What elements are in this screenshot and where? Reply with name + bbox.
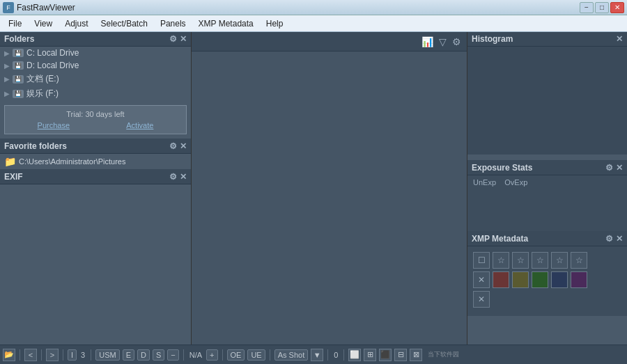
folders-header: Folders ⚙ ✕	[0, 32, 191, 47]
histogram-close-icon[interactable]: ✕	[616, 34, 623, 44]
left-panel: Folders ⚙ ✕ ▶ 💾 C: Local Drive ▶ 💾 D: Lo…	[0, 32, 192, 345]
view-icon-1[interactable]: ⬜	[348, 349, 361, 361]
exif-title: EXIF	[4, 172, 23, 182]
star-2[interactable]: ☆	[512, 252, 529, 269]
sep-6	[222, 349, 223, 361]
folder-open-icon[interactable]: 📂	[3, 349, 15, 361]
title-bar: F FastRawViewer − □ ✕	[0, 0, 627, 15]
menu-select-batch[interactable]: Select/Batch	[95, 17, 153, 30]
e-button[interactable]: E	[123, 349, 134, 361]
view-icon-3[interactable]: ⬛	[379, 349, 392, 361]
folder-e-disk-icon: 💾	[13, 75, 24, 84]
folders-settings-icon[interactable]: ⚙	[169, 34, 177, 44]
favorite-header: Favorite folders ⚙ ✕	[0, 139, 191, 154]
xmp-header-icons: ⚙ ✕	[605, 234, 623, 244]
view-icon-4[interactable]: ⊟	[394, 349, 407, 361]
exif-settings-icon[interactable]: ⚙	[169, 172, 177, 182]
color-x[interactable]: ✕	[473, 271, 490, 288]
folder-d[interactable]: ▶ 💾 D: Local Drive	[0, 59, 191, 72]
d-button[interactable]: D	[137, 349, 150, 361]
sep-9	[343, 349, 344, 361]
minimize-button[interactable]: −	[580, 2, 594, 13]
folder-d-label: D: Local Drive	[26, 61, 79, 70]
exif-close-icon[interactable]: ✕	[180, 172, 187, 182]
xmp-title: XMP Metadata	[472, 234, 528, 244]
star-3[interactable]: ☆	[532, 252, 548, 269]
color-purple[interactable]	[571, 271, 587, 288]
menu-file[interactable]: File	[3, 17, 27, 30]
favorite-header-icons: ⚙ ✕	[169, 141, 187, 151]
color-yellow[interactable]	[512, 271, 529, 288]
favorite-close-icon[interactable]: ✕	[180, 141, 187, 151]
star-4[interactable]: ☆	[551, 252, 568, 269]
main-layout: Folders ⚙ ✕ ▶ 💾 C: Local Drive ▶ 💾 D: Lo…	[0, 32, 627, 345]
folder-c-arrow: ▶	[4, 49, 10, 57]
chart-icon[interactable]: 📊	[421, 36, 433, 47]
exposure-close-icon[interactable]: ✕	[616, 163, 623, 173]
fav-item-label: C:\Users\Administrator\Pictures	[19, 157, 125, 166]
color-blue[interactable]	[551, 271, 568, 288]
reject-x[interactable]: ✕	[473, 291, 490, 308]
menu-view[interactable]: View	[29, 17, 58, 30]
nav-right-button[interactable]: >	[46, 349, 59, 361]
favorite-title: Favorite folders	[4, 141, 67, 151]
minus-button[interactable]: −	[167, 349, 178, 361]
color-red[interactable]	[493, 271, 509, 288]
ue-button[interactable]: UE	[247, 349, 265, 361]
histogram-header: Histogram ✕	[467, 32, 627, 47]
folders-close-icon[interactable]: ✕	[180, 34, 187, 44]
view-icon-2[interactable]: ⊞	[364, 349, 376, 361]
star-5[interactable]: ☆	[571, 252, 587, 269]
color-label-row: ✕	[473, 271, 621, 288]
s-button[interactable]: S	[153, 349, 164, 361]
xmp-settings-icon[interactable]: ⚙	[605, 234, 613, 244]
menu-help[interactable]: Help	[261, 17, 289, 30]
folder-e[interactable]: ▶ 💾 文档 (E:)	[0, 72, 191, 86]
purchase-link[interactable]: Purchase	[38, 121, 70, 129]
menu-xmp-metadata[interactable]: XMP Metadata	[193, 17, 259, 30]
sep-2	[41, 349, 42, 361]
menu-panels[interactable]: Panels	[155, 17, 192, 30]
histogram-panel: Histogram ✕	[467, 32, 627, 161]
folder-f[interactable]: ▶ 💾 娱乐 (F:)	[0, 86, 191, 101]
close-button[interactable]: ✕	[610, 2, 624, 13]
favorite-settings-icon[interactable]: ⚙	[169, 141, 177, 151]
na-label: N/A	[188, 351, 203, 359]
usm-button[interactable]: USM	[95, 349, 119, 361]
folders-header-icons: ⚙ ✕	[169, 34, 187, 44]
star-1[interactable]: ☆	[493, 252, 509, 269]
maximize-button[interactable]: □	[595, 2, 609, 13]
sep-8	[327, 349, 328, 361]
trial-links: Purchase Activate	[9, 121, 182, 129]
unexposed-label: UnExp	[473, 178, 496, 187]
as-shot-dropdown-icon[interactable]: ▼	[311, 349, 323, 361]
checkbox-1[interactable]: ☐	[473, 252, 490, 269]
settings-icon[interactable]: ⚙	[452, 36, 461, 47]
watermark: 当下软件园	[428, 350, 459, 359]
filter-icon[interactable]: ▽	[439, 36, 447, 47]
fav-item-pictures[interactable]: 📁 C:\Users\Administrator\Pictures	[0, 154, 191, 169]
folders-panel: Folders ⚙ ✕ ▶ 💾 C: Local Drive ▶ 💾 D: Lo…	[0, 32, 191, 101]
app-icon: F	[3, 2, 14, 13]
fav-folder-icon: 📁	[4, 156, 16, 167]
exif-header: EXIF ⚙ ✕	[0, 170, 191, 184]
color-green[interactable]	[532, 271, 548, 288]
folder-d-disk-icon: 💾	[13, 61, 24, 70]
menu-adjust[interactable]: Adjust	[59, 17, 93, 30]
histogram-title: Histogram	[472, 34, 513, 44]
view-icon-5[interactable]: ⊠	[410, 349, 422, 361]
as-shot-button[interactable]: As Shot	[274, 349, 309, 361]
xmp-content: ☐ ☆ ☆ ☆ ☆ ☆ ✕ ✕	[467, 246, 627, 316]
exposure-settings-icon[interactable]: ⚙	[605, 163, 613, 173]
exif-panel: EXIF ⚙ ✕	[0, 169, 191, 345]
folder-d-arrow: ▶	[4, 62, 10, 70]
favorite-panel: Favorite folders ⚙ ✕ 📁 C:\Users\Administ…	[0, 139, 191, 169]
activate-link[interactable]: Activate	[126, 121, 153, 129]
xmp-close-icon[interactable]: ✕	[616, 234, 623, 244]
folder-c[interactable]: ▶ 💾 C: Local Drive	[0, 47, 191, 59]
rating-i-button[interactable]: I	[68, 349, 77, 361]
nav-left-button[interactable]: <	[24, 349, 37, 361]
plus-button[interactable]: +	[206, 349, 217, 361]
oe-button[interactable]: OE	[227, 349, 245, 361]
folder-e-label: 文档 (E:)	[26, 73, 59, 85]
